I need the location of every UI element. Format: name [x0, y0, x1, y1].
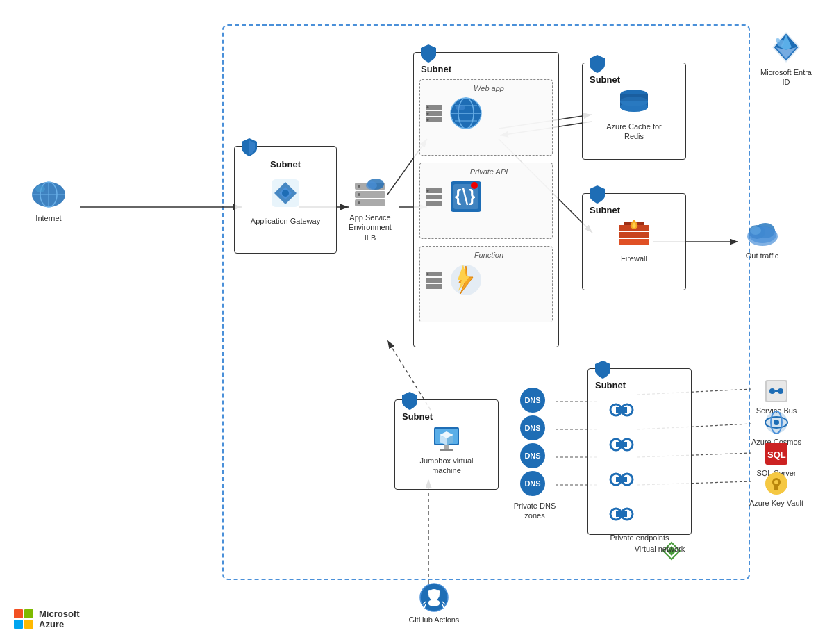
firewall-label: Firewall	[621, 254, 647, 263]
svg-point-110	[774, 420, 779, 425]
svg-rect-115	[774, 485, 778, 490]
azure-cache-label: Azure Cache for Redis	[606, 122, 662, 142]
svg-point-116	[774, 480, 778, 484]
ms-squares-icon	[14, 609, 33, 629]
svg-point-34	[358, 201, 360, 204]
svg-rect-61	[426, 278, 442, 283]
svg-rect-92	[616, 407, 627, 413]
svg-point-59	[471, 182, 478, 189]
function-inner-subnet: Function	[419, 246, 553, 322]
app-gateway-label: Application Gateway	[251, 217, 320, 225]
svg-text:}: }	[469, 186, 475, 205]
dns-zones-label-node: Private DNS zones	[507, 499, 562, 521]
svg-rect-52	[426, 201, 442, 206]
key-vault-label: Azure Key Vault	[749, 498, 803, 508]
pe3	[609, 468, 691, 493]
virtual-network-label-node: Virtual network	[625, 542, 694, 554]
svg-rect-74	[619, 239, 649, 245]
dns2-node: DNS	[515, 415, 550, 440]
svg-point-82	[750, 226, 761, 235]
svg-rect-95	[616, 442, 627, 447]
entra-id-node: Microsoft Entra ID	[751, 29, 821, 88]
jumpbox-label: Jumpbox virtual machine	[419, 456, 474, 476]
azure-cache-subnet-box: Subnet Azure Cache for Redis	[582, 63, 686, 160]
github-actions-node: GitHub Actions	[406, 582, 462, 625]
function-inner-label: Function	[420, 247, 552, 259]
main-subnet-label: Subnet	[421, 64, 553, 74]
svg-rect-89	[440, 449, 453, 451]
internet-label: Internet	[35, 213, 61, 223]
svg-point-33	[358, 193, 360, 196]
svg-rect-73	[619, 232, 649, 238]
svg-text:{: {	[455, 186, 461, 205]
main-subnet-box: Subnet Web app	[413, 52, 559, 347]
internet-node: Internet	[21, 179, 76, 223]
svg-rect-62	[426, 284, 442, 289]
svg-rect-51	[426, 195, 442, 199]
pe4	[609, 503, 691, 528]
svg-rect-101	[616, 511, 627, 517]
svg-point-40	[427, 106, 429, 108]
svg-point-26	[35, 185, 45, 192]
subnet-app-gateway-box: Subnet Application Gateway	[234, 146, 337, 254]
app-service-env-node: App Service Environment ILB	[346, 177, 394, 242]
dns3-node: DNS	[515, 443, 550, 468]
pe2	[609, 434, 691, 459]
ms-azure-logo: MicrosoftAzure	[14, 609, 80, 630]
svg-rect-98	[616, 477, 627, 482]
svg-point-28	[282, 190, 289, 197]
private-api-inner-subnet: Private API { }	[419, 163, 553, 239]
svg-point-41	[427, 113, 429, 115]
private-api-inner-label: Private API	[420, 163, 552, 176]
svg-point-53	[427, 190, 429, 192]
private-ep-subnet-box: Subnet	[587, 368, 692, 535]
web-app-inner-subnet: Web app	[419, 79, 553, 156]
svg-rect-122	[428, 600, 440, 606]
pe1	[609, 399, 691, 424]
subnet-app-gateway-label: Subnet	[240, 159, 331, 170]
github-actions-label: GitHub Actions	[409, 615, 460, 625]
jumpbox-subnet-box: Subnet Jumpbox virtual machine	[394, 399, 499, 490]
svg-point-121	[436, 590, 440, 594]
svg-point-105	[778, 388, 783, 394]
svg-point-133	[776, 38, 780, 42]
out-traffic-label: Out traffic	[746, 251, 778, 261]
svg-point-36	[366, 181, 377, 190]
ms-azure-text: MicrosoftAzure	[39, 609, 80, 630]
svg-point-42	[427, 119, 429, 121]
private-endpoints-label: Private endpoints	[610, 534, 669, 542]
dns4-node: DNS	[515, 471, 550, 496]
virtual-network-label: Virtual network	[635, 544, 685, 554]
svg-text:SQL: SQL	[767, 449, 786, 460]
key-vault-node: Azure Key Vault	[742, 471, 811, 508]
svg-point-63	[427, 273, 429, 275]
architecture-diagram: Internet Subnet Application Gateway	[0, 0, 834, 644]
web-app-inner-label: Web app	[420, 80, 552, 92]
private-dns-zones-label: Private DNS zones	[507, 501, 562, 521]
svg-point-104	[769, 388, 775, 394]
entra-id-label: Microsoft Entra ID	[758, 67, 814, 88]
dns1-node: DNS	[515, 388, 550, 413]
svg-point-120	[428, 590, 432, 594]
svg-point-32	[358, 185, 360, 188]
out-traffic-node: Out traffic	[733, 217, 792, 261]
svg-rect-72	[620, 94, 648, 101]
svg-rect-88	[444, 445, 449, 449]
svg-point-49	[456, 105, 465, 110]
app-service-env-label: App Service Environment ILB	[346, 213, 394, 242]
firewall-subnet-box: Subnet Firewall	[582, 193, 686, 290]
